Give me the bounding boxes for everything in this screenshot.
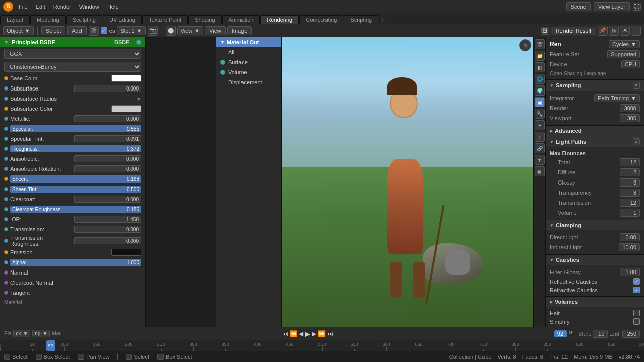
particles-icon[interactable]: ✦	[535, 120, 545, 130]
playback-dropdown[interactable]: ck▼	[13, 330, 30, 337]
device-dropdown[interactable]: CPU	[621, 60, 640, 68]
light-paths-header[interactable]: ▼ Light Paths ≡	[546, 136, 644, 147]
tab-sculpting[interactable]: Sculpting	[66, 15, 102, 24]
view2-btn[interactable]: View	[205, 26, 226, 35]
slider-clearcoat-roughness[interactable]: Clearcoat Roughness: 0.186	[10, 206, 141, 213]
scene-selector[interactable]: Scene	[566, 2, 591, 11]
tab-compositing[interactable]: Compositing	[299, 15, 343, 24]
direct-light-value[interactable]: 0.00	[620, 233, 640, 241]
swatch-subsurface-color[interactable]	[111, 105, 141, 112]
object-props-icon[interactable]: ▣	[535, 97, 545, 107]
jump-start-btn[interactable]: ⏮	[282, 330, 288, 337]
total-value[interactable]: 12	[620, 158, 640, 166]
transparency-value[interactable]: 8	[620, 189, 640, 197]
render-img-icon[interactable]: 🖼	[541, 27, 549, 35]
output-icon[interactable]: 📁	[535, 51, 545, 61]
sampling-header[interactable]: ▼ Sampling ≡	[546, 80, 644, 91]
pin-icon[interactable]: 📌	[598, 26, 608, 36]
transmission-bounces-value[interactable]: 12	[620, 199, 640, 207]
advanced-header[interactable]: ▶ Advanced	[546, 126, 644, 136]
distribution-dropdown[interactable]: GGX	[4, 49, 141, 59]
view-layer-selector[interactable]: View Layer	[594, 2, 630, 11]
render-dot-icon[interactable]: ⬤	[166, 26, 176, 36]
light-paths-options-icon[interactable]: ≡	[633, 138, 640, 145]
filter-glossy-value[interactable]: 1.00	[620, 268, 640, 276]
tab-texture-paint[interactable]: Texture Paint	[142, 15, 188, 24]
caustics-header[interactable]: ▼ Caustics	[546, 255, 644, 265]
swatch-emission[interactable]	[111, 249, 141, 256]
viewport-overlay-btn[interactable]: ⊙	[519, 39, 531, 51]
mat-out-all[interactable]: All	[216, 47, 281, 57]
step-forward-btn[interactable]: ▶	[312, 330, 316, 337]
field-clearcoat[interactable]: 0.000	[74, 196, 142, 203]
field-transmission-roughness[interactable]: 0.000	[74, 237, 142, 244]
viewport-samples-value[interactable]: 300	[620, 114, 640, 122]
slider-sheen-tint[interactable]: Sheen Tint: 0.500	[10, 186, 141, 193]
timeline-mode-dropdown[interactable]: ng▼	[32, 330, 50, 337]
refractive-checkbox[interactable]: ✓	[633, 287, 640, 293]
menu-file[interactable]: File	[15, 3, 31, 11]
view-layer-icon[interactable]: ◧	[535, 62, 545, 72]
field-anisotropic-rotation[interactable]: 0.000	[74, 165, 142, 172]
view-dropdown[interactable]: View ▼	[177, 26, 204, 35]
slider-roughness[interactable]: Roughness: 0.372	[10, 145, 141, 152]
modifier-icon[interactable]: 🔧	[535, 109, 545, 119]
indirect-light-value[interactable]: 10.00	[619, 243, 640, 251]
current-frame-display[interactable]: 92	[554, 330, 567, 337]
tab-rendering[interactable]: Rendering	[260, 15, 299, 24]
render-engine-icon[interactable]: 🎬	[535, 39, 545, 49]
menu-window[interactable]: Window	[76, 3, 103, 11]
tab-layout[interactable]: Layout	[0, 15, 30, 24]
field-ior[interactable]: 1.450	[74, 216, 142, 223]
swatch-base-color[interactable]	[111, 75, 141, 82]
object-mode-dropdown[interactable]: Object ▼	[3, 26, 34, 35]
tab-uv-editing[interactable]: UV Editing	[103, 15, 142, 24]
visibility-checkbox[interactable]: ✓	[101, 27, 107, 34]
field-specular-tint[interactable]: 0.091	[74, 135, 142, 142]
add-btn[interactable]: Add	[67, 26, 87, 35]
constraints-icon[interactable]: 🔗	[535, 143, 545, 153]
glossy-value[interactable]: 3	[620, 178, 640, 187]
play-btn[interactable]: ▶	[305, 330, 310, 338]
tab-modeling[interactable]: Modeling	[30, 15, 66, 24]
integrator-dropdown[interactable]: Path Tracing ▼	[594, 94, 640, 102]
field-anisotropic[interactable]: 0.000	[74, 155, 142, 162]
start-frame-value[interactable]: 10	[593, 330, 608, 338]
camera-icon[interactable]: 📷	[148, 26, 158, 36]
world-icon[interactable]: 🌍	[535, 85, 545, 96]
reflective-checkbox[interactable]: ✓	[633, 278, 640, 285]
field-subsurface[interactable]: 0.000	[74, 85, 142, 92]
menu-help[interactable]: Help	[104, 3, 122, 11]
volumes-header[interactable]: ▶ Volumes	[546, 297, 644, 307]
slot-dropdown[interactable]: Slot 1 ▼	[117, 26, 145, 35]
diffuse-value[interactable]: 2	[620, 168, 640, 176]
hair-checkbox[interactable]	[633, 310, 640, 316]
feature-set-dropdown[interactable]: Supported	[607, 50, 640, 58]
tab-shading[interactable]: Shading	[188, 15, 221, 24]
jump-end-btn[interactable]: ⏭	[327, 330, 333, 337]
fullscreen-icon[interactable]: ⛶	[633, 3, 641, 11]
subsurface-method-dropdown[interactable]: Christensen-Burley	[4, 62, 141, 72]
menu-edit[interactable]: Edit	[32, 3, 49, 11]
prev-keyframe-btn[interactable]: ⏪	[290, 330, 297, 337]
sampling-options-icon[interactable]: ≡	[633, 82, 640, 89]
slider-sheen[interactable]: Sheen: 0.168	[10, 175, 141, 183]
field-metallic[interactable]: 0.000	[74, 115, 142, 122]
sync-icon[interactable]: ⟳	[569, 330, 577, 338]
render-samples-value[interactable]: 3000	[620, 104, 640, 112]
overflow-icon[interactable]: ≡	[631, 26, 641, 36]
scene-icon[interactable]: 🌐	[535, 74, 545, 84]
select-btn[interactable]: Select	[41, 26, 66, 35]
tab-scripting[interactable]: Scripting	[344, 15, 378, 24]
copy-icon[interactable]: ⎘	[609, 26, 619, 36]
add-workspace-btn[interactable]: +	[381, 16, 385, 24]
tab-animation[interactable]: Animation	[222, 15, 260, 24]
next-keyframe-btn[interactable]: ⏩	[318, 330, 326, 337]
slider-alpha[interactable]: Alpha: 1.000	[10, 259, 141, 266]
end-frame-value[interactable]: 250	[622, 330, 640, 338]
material-icon[interactable]: ◉	[535, 166, 545, 176]
timeline-ruler[interactable]: 0501001502002503003504004505005506006507…	[0, 340, 644, 351]
engine-dropdown[interactable]: Cycles ▼	[609, 40, 640, 48]
data-icon[interactable]: ▼	[535, 155, 545, 165]
render-icon-small[interactable]: 🎬	[89, 26, 99, 36]
